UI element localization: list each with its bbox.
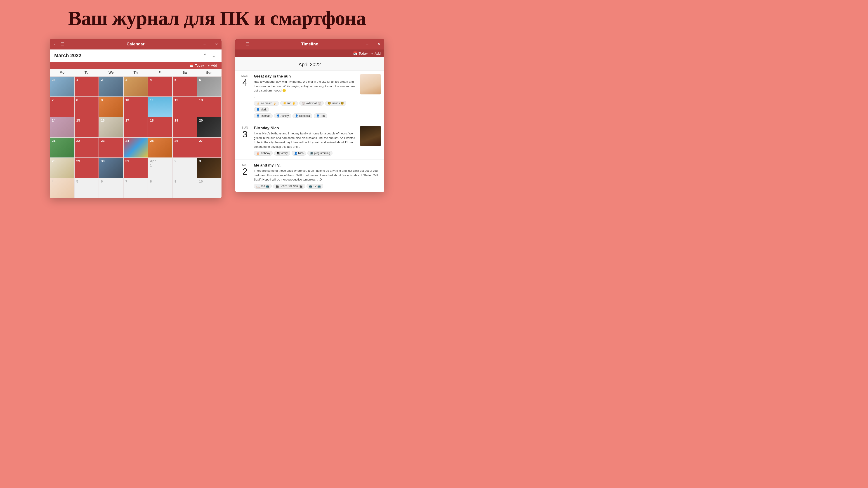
cal-cell-apr5[interactable]: 5 (74, 178, 99, 198)
cal-cell-21[interactable]: 21 (50, 137, 74, 158)
tl-calendar-icon: 📅 (353, 51, 358, 55)
calendar-month-header: March 2022 ⌃ ⌄ (50, 50, 221, 62)
calendar-nav-icons: ← ☰ (53, 41, 64, 46)
day-header-we: We (99, 69, 123, 76)
entry-tags-1b: 👤 Thomas 👤 Ashley 👤 Rebecca 👤 Tim (254, 113, 358, 119)
tl-close-btn[interactable]: ✕ (378, 42, 381, 46)
today-btn[interactable]: 📅 Today (189, 63, 204, 67)
tl-back-icon[interactable]: ← (239, 42, 243, 46)
cal-cell-1[interactable]: 1 (74, 76, 99, 97)
timeline-entry-2: SUN 3 Birthday Nico It was Nico's birthd… (235, 122, 384, 160)
cal-cell-15[interactable]: 15 (74, 117, 99, 137)
timeline-title: Timeline (301, 42, 318, 46)
tag-nico[interactable]: 👤 Nico (291, 151, 306, 156)
cal-cell-27[interactable]: 27 (197, 137, 221, 158)
cal-cell-20[interactable]: 20 (197, 117, 221, 137)
cal-cell-25[interactable]: 25 (148, 137, 173, 158)
tl-minimize-btn[interactable]: – (366, 42, 368, 46)
cal-cell-apr2[interactable]: 2 (173, 158, 197, 178)
cal-cell-2[interactable]: 2 (99, 76, 123, 97)
cal-cell-3[interactable]: 3 (123, 76, 148, 97)
cal-cell-7[interactable]: 7 (50, 97, 74, 117)
tag-programming[interactable]: 💻 programming (307, 151, 333, 156)
timeline-content: April 2022 MON 4 Great day in the sun Ha… (235, 57, 384, 192)
month-up-btn[interactable]: ⌃ (202, 52, 209, 59)
tag-mark[interactable]: 👤 Mark (254, 107, 269, 112)
tag-bcs[interactable]: 🎬 Better Call Saul 🎬 (273, 184, 305, 189)
cal-cell-14[interactable]: 14 (50, 117, 74, 137)
entry-date-2: SUN 3 (239, 126, 251, 156)
tag-tim[interactable]: 👤 Tim (314, 113, 327, 119)
tl-menu-icon[interactable]: ☰ (246, 41, 250, 46)
entry-body-1: Great day in the sun Had a wonderful day… (254, 74, 358, 119)
tl-add-btn[interactable]: + Add (371, 52, 381, 55)
cal-cell-28[interactable]: 28 (50, 158, 74, 178)
cal-cell-apr10[interactable]: 10 (197, 178, 221, 198)
cal-cell-16[interactable]: 16 (99, 117, 123, 137)
entry-title-2: Birthday Nico (254, 126, 358, 130)
day-header-th: Th (123, 69, 148, 76)
timeline-window: ← ☰ Timeline – □ ✕ 📅 Today + Add Ap (235, 39, 384, 192)
close-btn[interactable]: ✕ (215, 42, 218, 46)
entry-date-1: MON 4 (239, 74, 251, 119)
cal-cell-8[interactable]: 8 (74, 97, 99, 117)
add-btn[interactable]: + Add (208, 64, 217, 67)
timeline-titlebar: ← ☰ Timeline – □ ✕ (235, 39, 384, 50)
cal-cell-5[interactable]: 5 (173, 76, 197, 97)
cal-cell-apr1[interactable]: Apr 1 (148, 158, 173, 178)
tag-thomas[interactable]: 👤 Thomas (254, 113, 273, 119)
month-down-btn[interactable]: ⌄ (210, 52, 217, 59)
tl-plus-icon: + (371, 52, 373, 55)
tag-family[interactable]: 👨‍👩‍👧 family (274, 151, 290, 156)
entry-day-name-3: SAT (239, 163, 251, 166)
tag-sun[interactable]: ☀️ sun ☀️ (280, 101, 298, 106)
minimize-btn[interactable]: – (204, 42, 206, 46)
tag-birthday[interactable]: 🎂 birthday (254, 151, 273, 156)
tag-ashley[interactable]: 👤 Ashley (274, 113, 291, 119)
entry-ellipsis-1: ... (254, 95, 358, 99)
cal-cell-9[interactable]: 9 (99, 97, 123, 117)
timeline-entry-1: MON 4 Great day in the sun Had a wonderf… (235, 70, 384, 122)
cal-cell-23[interactable]: 23 (99, 137, 123, 158)
cal-cell-28prev[interactable]: 28 (50, 76, 74, 97)
cal-cell-6[interactable]: 6 (197, 76, 221, 97)
cal-cell-17[interactable]: 17 (123, 117, 148, 137)
cal-cell-11[interactable]: 11 (148, 97, 173, 117)
tag-bed[interactable]: 🛏️ bed 📺 (254, 184, 272, 189)
tl-maximize-btn[interactable]: □ (372, 42, 374, 46)
plus-icon: + (208, 64, 210, 67)
cal-cell-18[interactable]: 18 (148, 117, 173, 137)
cal-cell-10[interactable]: 10 (123, 97, 148, 117)
cal-cell-29[interactable]: 29 (74, 158, 99, 178)
day-header-tu: Tu (74, 69, 99, 76)
day-header-sun: Sun (197, 69, 221, 76)
cal-cell-19[interactable]: 19 (173, 117, 197, 137)
tag-tv[interactable]: 📺 TV 📺 (307, 184, 323, 189)
tl-today-btn[interactable]: 📅 Today (353, 51, 368, 55)
cal-cell-24[interactable]: 24 (123, 137, 148, 158)
cal-cell-12[interactable]: 12 (173, 97, 197, 117)
day-header-sa: Sa (173, 69, 197, 76)
tag-icecream[interactable]: 🍦 ice cream 🍦 (254, 101, 279, 106)
cal-cell-apr6[interactable]: 6 (99, 178, 123, 198)
tag-rebecca[interactable]: 👤 Rebecca (292, 113, 312, 119)
cal-cell-26[interactable]: 26 (173, 137, 197, 158)
tag-volleyball[interactable]: 🏐 volleyball 🏐 (299, 101, 324, 106)
cal-cell-30[interactable]: 30 (99, 158, 123, 178)
headline: Ваш журнал для ПК и смартфона (0, 0, 434, 39)
entry-body-2: Birthday Nico It was Nico's birthday and… (254, 126, 358, 156)
cal-cell-apr7[interactable]: 7 (123, 178, 148, 198)
menu-icon[interactable]: ☰ (61, 41, 64, 46)
cal-cell-13[interactable]: 13 (197, 97, 221, 117)
cal-cell-apr9[interactable]: 9 (173, 178, 197, 198)
cal-cell-22[interactable]: 22 (74, 137, 99, 158)
back-icon[interactable]: ← (53, 42, 57, 46)
cal-cell-apr3[interactable]: 3 (197, 158, 221, 178)
maximize-btn[interactable]: □ (209, 42, 211, 46)
cal-cell-31[interactable]: 31 (123, 158, 148, 178)
entry-day-name-2: SUN (239, 126, 251, 129)
cal-cell-apr8[interactable]: 8 (148, 178, 173, 198)
cal-cell-4[interactable]: 4 (148, 76, 173, 97)
cal-cell-apr4[interactable]: 4 (50, 178, 74, 198)
tag-friends[interactable]: 😎 friends 😎 (325, 101, 346, 106)
